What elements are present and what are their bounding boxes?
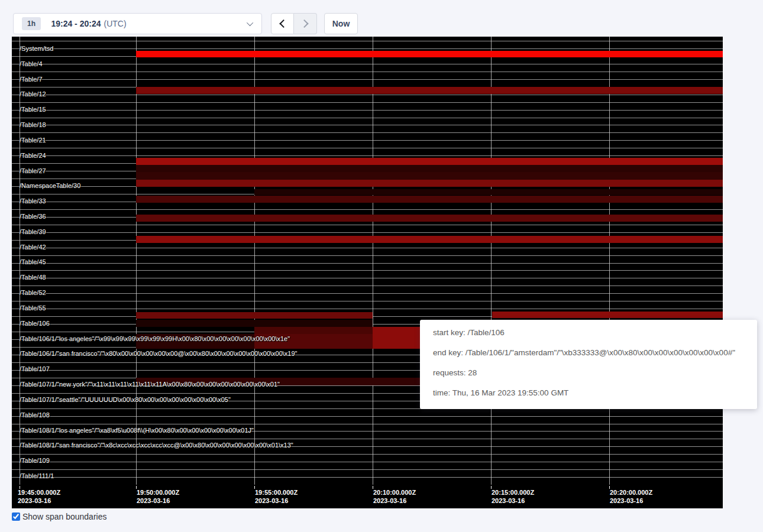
heat-band [254, 189, 723, 195]
heat-band [136, 172, 723, 180]
heat-band [136, 215, 723, 222]
heat-band [136, 51, 723, 57]
row-key-label: /Table/111/1 [20, 472, 54, 480]
row-key-label: /Table/106/1/"los angeles"/"\x99\x99\x99… [20, 335, 290, 343]
tooltip-requests: requests: 28 [433, 369, 757, 377]
span-boundary-line [12, 286, 723, 286]
heat-band [136, 196, 723, 203]
row-key-label: /Table/108/1/"los angeles"/"\xa8\xf5\u00… [20, 427, 254, 434]
show-span-boundaries-checkbox[interactable] [12, 512, 20, 521]
row-key-label: /Table/108 [20, 411, 50, 419]
span-boundary-line [12, 72, 723, 72]
timezone-label: (UTC) [104, 19, 126, 28]
row-key-label: /Table/7 [20, 76, 43, 83]
axis-time-label: 20:10:00.000Z2023-03-16 [373, 488, 416, 505]
span-boundary-line [12, 140, 723, 141]
chevron-right-icon [300, 20, 309, 28]
span-boundary-line [12, 270, 723, 271]
span-boundary-line [12, 148, 723, 148]
span-boundary-line [12, 424, 723, 424]
tooltip-time: time: Thu, 16 Mar 2023 19:55:00 GMT [433, 389, 757, 397]
tooltip-start-key: start key: /Table/106 [433, 329, 757, 337]
row-key-label: /Table/109 [20, 457, 50, 465]
next-range-button[interactable] [294, 13, 317, 34]
span-boundary-line [12, 110, 723, 111]
time-bucket-line [254, 37, 255, 485]
span-boundary-line [12, 263, 723, 264]
prev-range-button[interactable] [271, 13, 294, 34]
chevron-left-icon [279, 20, 287, 28]
time-nav-group [271, 13, 317, 34]
span-boundary-line [12, 439, 723, 439]
span-boundary-line [12, 309, 723, 309]
heat-band [136, 312, 373, 319]
span-boundary-line [12, 469, 723, 470]
heat-band [136, 165, 723, 172]
row-key-label: /Table/42 [20, 244, 46, 251]
heat-band [492, 312, 723, 318]
span-boundary-line [12, 301, 723, 301]
hover-tooltip: start key: /Table/106 end key: /Table/10… [420, 320, 757, 409]
row-key-label: /Table/108/1/"san francisco"/"\x8c\xcc\x… [20, 442, 293, 449]
span-boundary-line [12, 248, 723, 248]
axis-time-label: 19:50:00.000Z2023-03-16 [137, 488, 179, 505]
row-key-label: /Table/107/1/"new york"/"\x11\x11\x11\x1… [20, 381, 280, 388]
span-boundary-line [12, 477, 723, 478]
row-key-label: /Table/4 [20, 60, 43, 68]
row-key-label: /NamespaceTable/30 [20, 182, 80, 190]
row-key-label: /Table/15 [20, 106, 46, 113]
time-bucket-line [491, 37, 492, 485]
time-bucket-line [136, 37, 137, 485]
span-boundary-line [12, 255, 723, 256]
span-boundary-line [12, 416, 723, 417]
span-boundary-line [12, 41, 723, 41]
now-button[interactable]: Now [324, 13, 358, 34]
chevron-down-icon [247, 20, 253, 26]
heat-band [136, 180, 723, 187]
row-key-label: /Table/24 [20, 152, 46, 160]
time-bucket-line [609, 37, 610, 485]
span-boundary-line [12, 79, 723, 80]
span-boundary-line [12, 232, 723, 233]
row-key-label: /Table/18 [20, 121, 46, 129]
duration-badge: 1h [22, 17, 41, 30]
row-key-label: /Table/106/1/"san francisco"/"\x80\x00\x… [20, 350, 298, 358]
span-boundary-line [12, 209, 723, 210]
row-key-label: /Table/12 [20, 90, 46, 98]
footer: Show span boundaries [12, 512, 106, 521]
span-boundary-line [12, 125, 723, 125]
row-key-label: /Table/27 [20, 167, 46, 175]
span-boundary-line [12, 454, 723, 455]
row-key-label: /Table/107/1/"seattle"/"UUUUUUD\x00\x80\… [20, 396, 231, 404]
axis-time-label: 20:20:00.000Z2023-03-16 [610, 488, 652, 505]
span-boundary-line [12, 155, 723, 156]
axis-time-label: 19:55:00.000Z2023-03-16 [255, 488, 298, 505]
row-key-label: /Table/107 [20, 365, 50, 373]
heat-band [136, 158, 723, 165]
span-boundary-line [12, 225, 723, 225]
row-key-label: /Table/55 [20, 304, 46, 312]
span-boundary-line [12, 102, 723, 103]
span-boundary-line [12, 48, 723, 49]
row-key-label: /Table/106 [20, 320, 50, 327]
span-boundary-line [12, 95, 723, 95]
axis-time-label: 20:15:00.000Z2023-03-16 [492, 488, 534, 505]
heat-band [136, 236, 723, 243]
key-visualizer-heatmap[interactable]: /System/tsd/Table/4/Table/7/Table/12/Tab… [12, 37, 723, 508]
show-span-boundaries-label: Show span boundaries [22, 512, 106, 521]
time-axis: 19:45:00.000Z2023-03-1619:50:00.000Z2023… [12, 486, 723, 508]
row-key-label: /Table/52 [20, 289, 46, 297]
row-key-label: /Table/33 [20, 197, 46, 205]
row-key-label: /Table/21 [20, 137, 46, 144]
row-key-label: /Table/39 [20, 228, 46, 236]
axis-time-label: 19:45:00.000Z2023-03-16 [18, 488, 60, 505]
heat-band [136, 320, 373, 327]
row-key-label: /Table/36 [20, 213, 46, 220]
span-boundary-line [12, 132, 723, 133]
span-boundary-line [12, 118, 723, 118]
heat-band [136, 87, 723, 94]
toolbar: 1h 19:24 - 20:24 (UTC) Now [13, 13, 358, 34]
time-range-select[interactable]: 1h 19:24 - 20:24 (UTC) [13, 13, 262, 34]
tooltip-end-key: end key: /Table/106/1/"amsterdam"/"\xb33… [433, 349, 757, 357]
span-boundary-line [12, 462, 723, 462]
